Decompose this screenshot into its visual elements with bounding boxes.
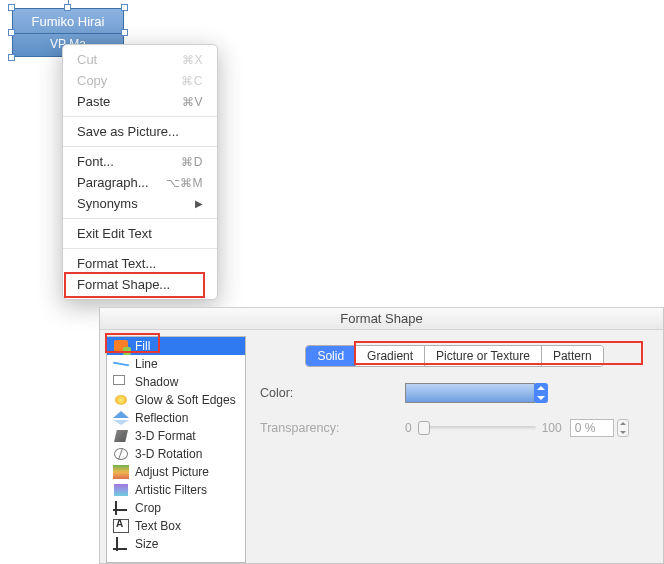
color-well[interactable] bbox=[405, 383, 535, 403]
menu-label: Cut bbox=[77, 52, 97, 67]
window-title: Format Shape bbox=[100, 308, 663, 330]
sidebar-item-artistic-filters[interactable]: Artistic Filters bbox=[107, 481, 245, 499]
menu-label: Synonyms bbox=[77, 196, 138, 211]
sidebar-item-reflection[interactable]: Reflection bbox=[107, 409, 245, 427]
fill-icon bbox=[113, 339, 129, 353]
resize-handle[interactable] bbox=[8, 54, 15, 61]
menu-shortcut: ⌘D bbox=[181, 155, 203, 169]
sidebar-item-label: Size bbox=[135, 537, 158, 551]
menu-cut: Cut ⌘X bbox=[63, 49, 217, 70]
shadow-icon bbox=[113, 375, 129, 389]
menu-paste[interactable]: Paste ⌘V bbox=[63, 91, 217, 112]
menu-shortcut: ⌘X bbox=[182, 53, 203, 67]
sidebar-item-fill[interactable]: Fill bbox=[107, 337, 245, 355]
sidebar-item-3d-format[interactable]: 3-D Format bbox=[107, 427, 245, 445]
menu-format-text[interactable]: Format Text... bbox=[63, 253, 217, 274]
cube-icon bbox=[113, 429, 129, 443]
sidebar-item-label: 3-D Rotation bbox=[135, 447, 202, 461]
adjust-icon bbox=[113, 465, 129, 479]
textbox-icon bbox=[113, 519, 129, 533]
menu-shortcut: ⌥⌘M bbox=[166, 176, 204, 190]
category-sidebar: Fill Line Shadow Glow & Soft Edges Refle… bbox=[106, 336, 246, 563]
menu-label: Paragraph... bbox=[77, 175, 149, 190]
sidebar-item-label: Reflection bbox=[135, 411, 188, 425]
menu-font[interactable]: Font... ⌘D bbox=[63, 151, 217, 172]
sidebar-item-glow[interactable]: Glow & Soft Edges bbox=[107, 391, 245, 409]
tab-pattern[interactable]: Pattern bbox=[542, 346, 603, 366]
transparency-stepper[interactable] bbox=[617, 419, 629, 437]
resize-handle[interactable] bbox=[121, 4, 128, 11]
menu-exit-edit-text[interactable]: Exit Edit Text bbox=[63, 223, 217, 244]
transparency-slider[interactable] bbox=[418, 426, 536, 430]
size-icon bbox=[113, 537, 129, 551]
sidebar-item-3d-rotation[interactable]: 3-D Rotation bbox=[107, 445, 245, 463]
color-label: Color: bbox=[260, 386, 405, 400]
menu-copy: Copy ⌘C bbox=[63, 70, 217, 91]
menu-save-as-picture[interactable]: Save as Picture... bbox=[63, 121, 217, 142]
tab-picture-or-texture[interactable]: Picture or Texture bbox=[425, 346, 542, 366]
sidebar-item-size[interactable]: Size bbox=[107, 535, 245, 553]
sidebar-item-crop[interactable]: Crop bbox=[107, 499, 245, 517]
sidebar-item-label: Artistic Filters bbox=[135, 483, 207, 497]
menu-label: Exit Edit Text bbox=[77, 226, 152, 241]
menu-label: Font... bbox=[77, 154, 114, 169]
crop-icon bbox=[113, 501, 129, 515]
sidebar-item-shadow[interactable]: Shadow bbox=[107, 373, 245, 391]
fill-type-tabs: Solid Gradient Picture or Texture Patter… bbox=[305, 345, 603, 367]
transparency-label: Transparency: bbox=[260, 421, 405, 435]
sidebar-item-label: 3-D Format bbox=[135, 429, 196, 443]
sidebar-item-label: Crop bbox=[135, 501, 161, 515]
menu-separator bbox=[63, 146, 217, 147]
menu-paragraph[interactable]: Paragraph... ⌥⌘M bbox=[63, 172, 217, 193]
slider-knob[interactable] bbox=[418, 421, 430, 435]
sidebar-item-label: Adjust Picture bbox=[135, 465, 209, 479]
resize-handle[interactable] bbox=[121, 29, 128, 36]
transparency-value[interactable]: 0 % bbox=[570, 419, 614, 437]
shape-name: Fumiko Hirai bbox=[13, 9, 123, 33]
menu-shortcut: ⌘C bbox=[181, 74, 203, 88]
menu-shortcut: ⌘V bbox=[182, 95, 203, 109]
sidebar-item-label: Fill bbox=[135, 339, 150, 353]
glow-icon bbox=[113, 393, 129, 407]
sidebar-item-label: Shadow bbox=[135, 375, 178, 389]
resize-handle[interactable] bbox=[8, 29, 15, 36]
line-icon bbox=[113, 357, 129, 371]
tab-gradient[interactable]: Gradient bbox=[356, 346, 425, 366]
sidebar-item-label: Text Box bbox=[135, 519, 181, 533]
menu-separator bbox=[63, 218, 217, 219]
context-menu: Cut ⌘X Copy ⌘C Paste ⌘V Save as Picture.… bbox=[62, 44, 218, 300]
color-row: Color: bbox=[260, 383, 649, 403]
tab-solid[interactable]: Solid bbox=[306, 346, 356, 366]
sidebar-item-label: Glow & Soft Edges bbox=[135, 393, 236, 407]
menu-label: Copy bbox=[77, 73, 107, 88]
resize-handle[interactable] bbox=[64, 4, 71, 11]
rotation-icon bbox=[113, 447, 129, 461]
reflection-icon bbox=[113, 411, 129, 425]
sidebar-item-line[interactable]: Line bbox=[107, 355, 245, 373]
slider-min: 0 bbox=[405, 421, 412, 435]
menu-label: Format Text... bbox=[77, 256, 156, 271]
submenu-arrow-icon: ▶ bbox=[195, 198, 203, 209]
slider-max: 100 bbox=[542, 421, 562, 435]
sidebar-item-label: Line bbox=[135, 357, 158, 371]
menu-format-shape[interactable]: Format Shape... bbox=[63, 274, 217, 295]
transparency-row: Transparency: 0 100 0 % bbox=[260, 419, 649, 437]
menu-label: Format Shape... bbox=[77, 277, 170, 292]
menu-synonyms[interactable]: Synonyms ▶ bbox=[63, 193, 217, 214]
format-shape-window: Format Shape Fill Line Shadow Glow & Sof… bbox=[99, 307, 664, 564]
menu-label: Save as Picture... bbox=[77, 124, 179, 139]
resize-handle[interactable] bbox=[8, 4, 15, 11]
menu-separator bbox=[63, 248, 217, 249]
fill-panel: Solid Gradient Picture or Texture Patter… bbox=[250, 330, 663, 563]
sidebar-item-text-box[interactable]: Text Box bbox=[107, 517, 245, 535]
menu-label: Paste bbox=[77, 94, 110, 109]
filters-icon bbox=[113, 483, 129, 497]
color-dropdown-button[interactable] bbox=[534, 383, 548, 403]
sidebar-item-adjust-picture[interactable]: Adjust Picture bbox=[107, 463, 245, 481]
menu-separator bbox=[63, 116, 217, 117]
